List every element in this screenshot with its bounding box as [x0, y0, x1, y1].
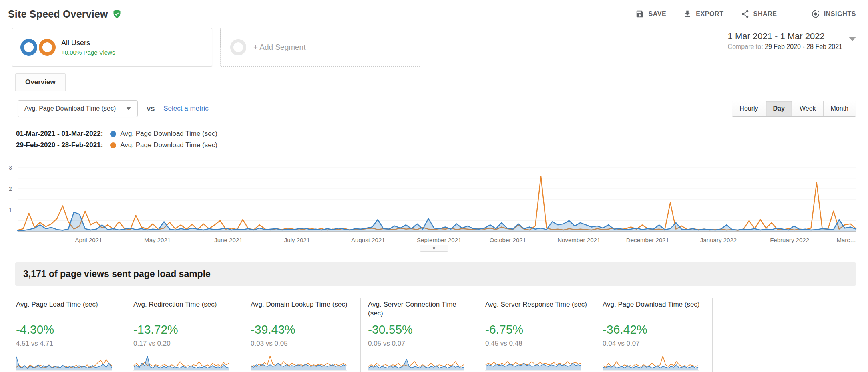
share-icon	[741, 10, 749, 18]
granularity-hourly-button[interactable]: Hourly	[732, 101, 765, 116]
card-page-download-time[interactable]: Avg. Page Download Time (sec) -36.42% 0.…	[602, 298, 713, 372]
card-compare: 0.05 vs 0.07	[368, 340, 470, 348]
insights-label: INSIGHTS	[824, 10, 856, 18]
legend-row-previous: 29-Feb-2020 - 28-Feb-2021: Avg. Page Dow…	[16, 141, 856, 149]
segment-detail: +0.00% Page Views	[61, 49, 115, 56]
vs-label: VS	[147, 105, 155, 112]
orange-series-dot-icon	[110, 142, 116, 148]
tab-overview[interactable]: Overview	[15, 73, 66, 91]
card-title: Avg. Server Connection Time (sec)	[368, 300, 470, 319]
insights-button[interactable]: INSIGHTS	[811, 10, 856, 18]
insights-icon	[811, 10, 820, 18]
svg-text:April 2021: April 2021	[75, 237, 102, 243]
card-sparkline	[133, 352, 229, 372]
svg-text:December 2021: December 2021	[626, 237, 669, 243]
card-server-response-time[interactable]: Avg. Server Response Time (sec) -6.75% 0…	[484, 298, 595, 372]
legend-metric-label: Avg. Page Download Time (sec)	[120, 141, 217, 149]
card-compare: 0.04 vs 0.07	[603, 340, 705, 348]
export-button[interactable]: EXPORT	[683, 10, 723, 18]
card-delta: -39.43%	[251, 323, 353, 336]
segment-all-users[interactable]: All Users +0.00% Page Views	[12, 28, 212, 67]
svg-text:September 2021: September 2021	[417, 237, 461, 243]
svg-text:July 2021: July 2021	[284, 237, 310, 243]
share-label: SHARE	[753, 10, 777, 18]
svg-text:3: 3	[9, 164, 12, 171]
svg-text:November 2021: November 2021	[557, 237, 600, 243]
card-title: Avg. Page Load Time (sec)	[16, 300, 119, 319]
add-segment-button[interactable]: + Add Segment	[220, 28, 420, 67]
header: Site Speed Overview SAVE EXPORT SHARE	[0, 0, 868, 26]
toolbar: Avg. Page Download Time (sec) VS Select …	[0, 91, 868, 121]
svg-text:May 2021: May 2021	[144, 237, 171, 243]
card-delta: -30.55%	[368, 323, 470, 336]
save-button[interactable]: SAVE	[635, 10, 666, 18]
card-title: Avg. Page Download Time (sec)	[603, 300, 705, 319]
card-sparkline	[603, 352, 699, 372]
card-domain-lookup-time[interactable]: Avg. Domain Lookup Time (sec) -39.43% 0.…	[250, 298, 361, 372]
dropdown-caret-icon	[126, 107, 131, 110]
card-title: Avg. Domain Lookup Time (sec)	[251, 300, 353, 319]
compare-prefix: Compare to:	[728, 43, 763, 50]
granularity-month-button[interactable]: Month	[823, 101, 856, 116]
svg-text:February 2022: February 2022	[770, 237, 809, 243]
card-sparkline	[16, 352, 112, 372]
tab-bar: Overview	[0, 73, 868, 91]
page-title: Site Speed Overview	[8, 8, 108, 20]
site-speed-overview-page: Site Speed Overview SAVE EXPORT SHARE	[0, 0, 868, 372]
svg-text:2: 2	[9, 186, 12, 192]
blue-series-dot-icon	[110, 131, 116, 137]
svg-text:August 2021: August 2021	[351, 237, 385, 243]
card-compare: 0.45 vs 0.48	[485, 340, 588, 348]
segment-rings-icon	[20, 39, 56, 56]
metric-select-value: Avg. Page Download Time (sec)	[24, 105, 116, 112]
speed-metric-cards: Avg. Page Load Time (sec) -4.30% 4.51 vs…	[0, 286, 868, 372]
chart-collapse-tab[interactable]: ▼	[420, 245, 448, 252]
card-compare: 4.51 vs 4.71	[16, 340, 119, 348]
timeseries-chart-svg[interactable]: 123April 2021May 2021June 2021July 2021A…	[6, 156, 858, 245]
card-compare: 0.17 vs 0.20	[133, 340, 236, 348]
svg-text:1: 1	[9, 207, 12, 213]
header-actions: SAVE EXPORT SHARE INSIGHTS	[635, 8, 856, 20]
save-label: SAVE	[648, 10, 666, 18]
card-title: Avg. Redirection Time (sec)	[133, 300, 236, 319]
metric-select-dropdown[interactable]: Avg. Page Download Time (sec)	[18, 100, 138, 117]
granularity-control: Hourly Day Week Month	[732, 101, 856, 117]
compare-range: 29 Feb 2020 - 28 Feb 2021	[765, 43, 842, 50]
segments-row: All Users +0.00% Page Views + Add Segmen…	[0, 26, 868, 73]
sample-size-band: 3,171 of page views sent page load sampl…	[15, 262, 856, 286]
legend-range-label: 01-Mar-2021 - 01-Mar-2022:	[16, 130, 103, 138]
svg-text:January 2022: January 2022	[700, 237, 737, 243]
granularity-day-button[interactable]: Day	[766, 101, 792, 116]
download-icon	[683, 10, 692, 18]
export-label: EXPORT	[696, 10, 723, 18]
share-button[interactable]: SHARE	[741, 10, 777, 18]
date-range-primary: 1 Mar 2021 - 1 Mar 2022	[728, 31, 842, 42]
card-delta: -6.75%	[485, 323, 588, 336]
chevron-down-icon	[849, 37, 856, 41]
collapse-caret-icon: ▼	[432, 247, 436, 251]
svg-text:June 2021: June 2021	[214, 237, 242, 243]
granularity-week-button[interactable]: Week	[792, 101, 823, 116]
date-range-compare: Compare to: 29 Feb 2020 - 28 Feb 2021	[728, 43, 842, 51]
card-delta: -36.42%	[603, 323, 705, 336]
legend-range-label: 29-Feb-2020 - 28-Feb-2021:	[16, 141, 103, 149]
legend-row-current: 01-Mar-2021 - 01-Mar-2022: Avg. Page Dow…	[16, 130, 856, 138]
svg-text:Marc…: Marc…	[836, 237, 856, 243]
card-page-load-time[interactable]: Avg. Page Load Time (sec) -4.30% 4.51 vs…	[15, 298, 126, 372]
card-compare: 0.03 vs 0.05	[251, 340, 353, 348]
card-delta: -4.30%	[16, 323, 119, 336]
select-metric-link[interactable]: Select a metric	[163, 105, 208, 113]
timeseries-chart[interactable]: 123April 2021May 2021June 2021July 2021A…	[0, 154, 868, 245]
date-range-selector[interactable]: 1 Mar 2021 - 1 Mar 2022 Compare to: 29 F…	[728, 28, 856, 67]
svg-text:October 2021: October 2021	[490, 237, 526, 243]
card-server-connection-time[interactable]: Avg. Server Connection Time (sec) -30.55…	[367, 298, 478, 372]
empty-segment-ring-icon	[230, 39, 246, 55]
card-redirection-time[interactable]: Avg. Redirection Time (sec) -13.72% 0.17…	[133, 298, 243, 372]
sample-size-text: 3,171 of page views sent page load sampl…	[23, 269, 211, 279]
save-icon	[635, 10, 644, 18]
card-title: Avg. Server Response Time (sec)	[485, 300, 588, 319]
segment-name: All Users	[61, 39, 115, 47]
add-segment-label: + Add Segment	[253, 43, 305, 52]
legend-metric-label: Avg. Page Download Time (sec)	[120, 130, 217, 138]
card-delta: -13.72%	[133, 323, 236, 336]
